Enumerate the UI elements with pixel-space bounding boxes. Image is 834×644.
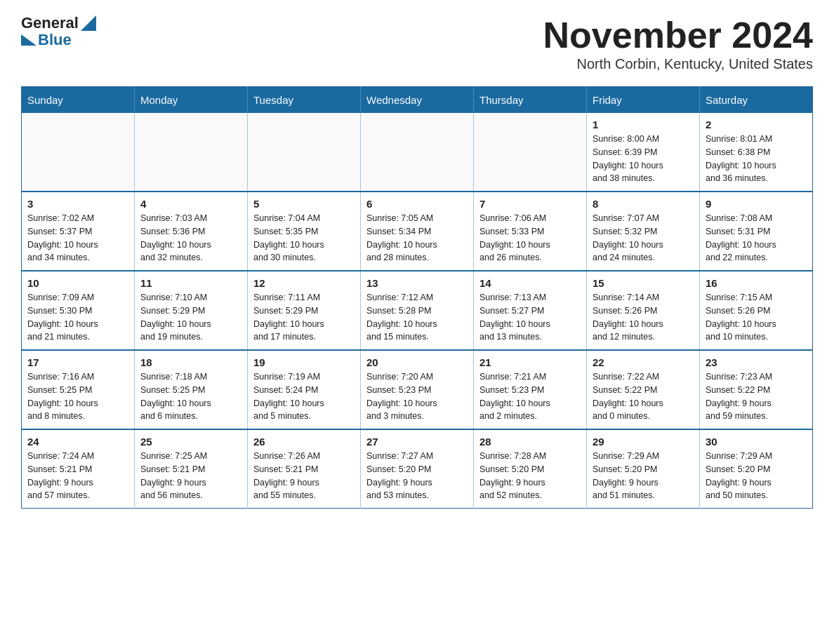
table-row: 15Sunrise: 7:14 AMSunset: 5:26 PMDayligh… [587, 271, 700, 350]
table-row: 29Sunrise: 7:29 AMSunset: 5:20 PMDayligh… [587, 429, 700, 509]
page-header: General Blue November 2024 North Corbin,… [21, 14, 813, 72]
table-row: 5Sunrise: 7:04 AMSunset: 5:35 PMDaylight… [248, 192, 361, 271]
day-number: 3 [27, 198, 128, 210]
day-number: 20 [366, 356, 468, 368]
day-info: Sunrise: 7:23 AMSunset: 5:22 PMDaylight:… [706, 372, 772, 421]
table-row: 23Sunrise: 7:23 AMSunset: 5:22 PMDayligh… [700, 350, 813, 429]
day-info: Sunrise: 7:03 AMSunset: 5:36 PMDaylight:… [140, 213, 211, 262]
day-number: 4 [140, 198, 241, 210]
table-row: 8Sunrise: 7:07 AMSunset: 5:32 PMDaylight… [587, 192, 700, 271]
day-info: Sunrise: 7:08 AMSunset: 5:31 PMDaylight:… [706, 213, 776, 262]
day-number: 30 [706, 436, 807, 448]
table-row: 28Sunrise: 7:28 AMSunset: 5:20 PMDayligh… [474, 429, 587, 509]
table-row [361, 113, 474, 192]
day-info: Sunrise: 7:11 AMSunset: 5:29 PMDaylight:… [253, 293, 324, 342]
table-row: 10Sunrise: 7:09 AMSunset: 5:30 PMDayligh… [22, 271, 135, 350]
day-info: Sunrise: 8:00 AMSunset: 6:39 PMDaylight:… [593, 134, 663, 183]
title-section: November 2024 North Corbin, Kentucky, Un… [543, 14, 813, 72]
day-info: Sunrise: 7:07 AMSunset: 5:32 PMDaylight:… [593, 213, 663, 262]
table-row: 13Sunrise: 7:12 AMSunset: 5:28 PMDayligh… [361, 271, 474, 350]
day-info: Sunrise: 7:05 AMSunset: 5:34 PMDaylight:… [366, 213, 437, 262]
day-info: Sunrise: 7:25 AMSunset: 5:21 PMDaylight:… [140, 451, 207, 500]
day-number: 12 [253, 277, 355, 289]
day-number: 19 [253, 356, 355, 368]
day-info: Sunrise: 7:06 AMSunset: 5:33 PMDaylight:… [479, 213, 550, 262]
calendar-week-row: 3Sunrise: 7:02 AMSunset: 5:37 PMDaylight… [22, 192, 813, 271]
table-row: 11Sunrise: 7:10 AMSunset: 5:29 PMDayligh… [135, 271, 248, 350]
day-info: Sunrise: 7:14 AMSunset: 5:26 PMDaylight:… [593, 293, 663, 342]
day-number: 15 [593, 277, 694, 289]
day-number: 11 [140, 277, 241, 289]
day-number: 24 [27, 436, 128, 448]
table-row: 3Sunrise: 7:02 AMSunset: 5:37 PMDaylight… [22, 192, 135, 271]
table-row: 18Sunrise: 7:18 AMSunset: 5:25 PMDayligh… [135, 350, 248, 429]
day-number: 16 [706, 277, 807, 289]
day-number: 18 [140, 356, 241, 368]
day-info: Sunrise: 7:12 AMSunset: 5:28 PMDaylight:… [366, 293, 437, 342]
day-number: 23 [706, 356, 807, 368]
svg-marker-1 [21, 34, 37, 46]
day-number: 7 [479, 198, 581, 210]
day-number: 2 [706, 119, 807, 130]
logo: General Blue [21, 14, 96, 49]
day-number: 1 [593, 119, 694, 130]
day-info: Sunrise: 7:28 AMSunset: 5:20 PMDaylight:… [479, 451, 546, 500]
svg-marker-0 [81, 15, 96, 31]
table-row: 22Sunrise: 7:22 AMSunset: 5:22 PMDayligh… [587, 350, 700, 429]
day-info: Sunrise: 7:24 AMSunset: 5:21 PMDaylight:… [27, 451, 94, 500]
header-friday: Friday [587, 87, 700, 114]
table-row: 24Sunrise: 7:24 AMSunset: 5:21 PMDayligh… [22, 429, 135, 509]
day-info: Sunrise: 7:10 AMSunset: 5:29 PMDaylight:… [140, 293, 211, 342]
day-info: Sunrise: 7:16 AMSunset: 5:25 PMDaylight:… [27, 372, 98, 421]
day-number: 5 [253, 198, 355, 210]
day-info: Sunrise: 7:13 AMSunset: 5:27 PMDaylight:… [479, 293, 550, 342]
day-info: Sunrise: 8:01 AMSunset: 6:38 PMDaylight:… [706, 134, 776, 183]
day-number: 29 [593, 436, 694, 448]
table-row: 16Sunrise: 7:15 AMSunset: 5:26 PMDayligh… [700, 271, 813, 350]
header-thursday: Thursday [474, 87, 587, 114]
calendar-title: November 2024 [543, 14, 813, 56]
day-number: 27 [366, 436, 468, 448]
day-info: Sunrise: 7:20 AMSunset: 5:23 PMDaylight:… [366, 372, 437, 421]
calendar-week-row: 24Sunrise: 7:24 AMSunset: 5:21 PMDayligh… [22, 429, 813, 509]
calendar-week-row: 10Sunrise: 7:09 AMSunset: 5:30 PMDayligh… [22, 271, 813, 350]
day-info: Sunrise: 7:27 AMSunset: 5:20 PMDaylight:… [366, 451, 433, 500]
day-info: Sunrise: 7:26 AMSunset: 5:21 PMDaylight:… [253, 451, 320, 500]
table-row: 19Sunrise: 7:19 AMSunset: 5:24 PMDayligh… [248, 350, 361, 429]
day-number: 17 [27, 356, 128, 368]
day-info: Sunrise: 7:21 AMSunset: 5:23 PMDaylight:… [479, 372, 550, 421]
day-number: 6 [366, 198, 468, 210]
table-row [474, 113, 587, 192]
table-row: 14Sunrise: 7:13 AMSunset: 5:27 PMDayligh… [474, 271, 587, 350]
table-row: 27Sunrise: 7:27 AMSunset: 5:20 PMDayligh… [361, 429, 474, 509]
day-number: 8 [593, 198, 694, 210]
table-row: 1Sunrise: 8:00 AMSunset: 6:39 PMDaylight… [587, 113, 700, 192]
calendar-subtitle: North Corbin, Kentucky, United States [543, 56, 813, 72]
calendar-table: Sunday Monday Tuesday Wednesday Thursday… [21, 86, 813, 509]
day-number: 9 [706, 198, 807, 210]
day-number: 25 [140, 436, 241, 448]
table-row [22, 113, 135, 192]
day-info: Sunrise: 7:15 AMSunset: 5:26 PMDaylight:… [706, 293, 776, 342]
calendar-week-row: 17Sunrise: 7:16 AMSunset: 5:25 PMDayligh… [22, 350, 813, 429]
day-info: Sunrise: 7:29 AMSunset: 5:20 PMDaylight:… [593, 451, 659, 500]
day-number: 14 [479, 277, 581, 289]
header-saturday: Saturday [700, 87, 813, 114]
table-row: 9Sunrise: 7:08 AMSunset: 5:31 PMDaylight… [700, 192, 813, 271]
day-info: Sunrise: 7:29 AMSunset: 5:20 PMDaylight:… [706, 451, 772, 500]
header-tuesday: Tuesday [248, 87, 361, 114]
header-sunday: Sunday [22, 87, 135, 114]
table-row: 25Sunrise: 7:25 AMSunset: 5:21 PMDayligh… [135, 429, 248, 509]
day-number: 13 [366, 277, 468, 289]
table-row: 26Sunrise: 7:26 AMSunset: 5:21 PMDayligh… [248, 429, 361, 509]
day-info: Sunrise: 7:19 AMSunset: 5:24 PMDaylight:… [253, 372, 324, 421]
day-info: Sunrise: 7:18 AMSunset: 5:25 PMDaylight:… [140, 372, 211, 421]
table-row: 21Sunrise: 7:21 AMSunset: 5:23 PMDayligh… [474, 350, 587, 429]
table-row: 30Sunrise: 7:29 AMSunset: 5:20 PMDayligh… [700, 429, 813, 509]
day-info: Sunrise: 7:09 AMSunset: 5:30 PMDaylight:… [27, 293, 98, 342]
day-info: Sunrise: 7:02 AMSunset: 5:37 PMDaylight:… [27, 213, 98, 262]
table-row: 7Sunrise: 7:06 AMSunset: 5:33 PMDaylight… [474, 192, 587, 271]
table-row [135, 113, 248, 192]
table-row: 12Sunrise: 7:11 AMSunset: 5:29 PMDayligh… [248, 271, 361, 350]
table-row: 20Sunrise: 7:20 AMSunset: 5:23 PMDayligh… [361, 350, 474, 429]
